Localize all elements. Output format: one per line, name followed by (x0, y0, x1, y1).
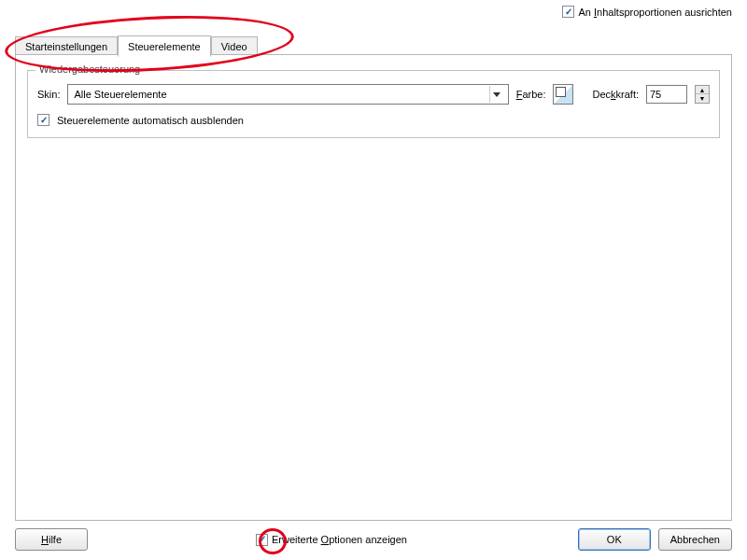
spinner-down-icon[interactable]: ▼ (696, 94, 709, 103)
align-proportions-label: An Inhaltsproportionen ausrichten (578, 7, 732, 18)
playback-control-fieldset: Wiedergabesteuerung Skin: Alle Steuerele… (27, 70, 720, 138)
spinner-up-icon[interactable]: ▲ (696, 86, 709, 94)
chevron-down-icon (489, 86, 504, 103)
color-swatch[interactable] (553, 84, 573, 105)
align-proportions-checkbox[interactable]: ✓ (562, 6, 574, 18)
auto-hide-label: Steuerelemente automatisch ausblenden (57, 115, 244, 126)
color-label: Farbe: (516, 89, 546, 100)
skin-select[interactable]: Alle Steuerelemente (67, 84, 508, 105)
cancel-button[interactable]: Abbrechen (658, 528, 732, 551)
opacity-spinner[interactable]: ▲ ▼ (695, 85, 710, 104)
dialog-button-bar: Hilfe ✓ Erweiterte Optionen anzeigen OK … (0, 528, 747, 551)
ok-button[interactable]: OK (578, 528, 651, 551)
svg-marker-0 (493, 92, 500, 97)
tab-panel: Wiedergabesteuerung Skin: Alle Steuerele… (15, 54, 732, 521)
fieldset-legend: Wiedergabesteuerung (35, 63, 144, 75)
advanced-options-label: Erweiterte Optionen anzeigen (272, 534, 407, 545)
opacity-input[interactable] (646, 85, 687, 104)
skin-select-value: Alle Steuerelemente (74, 89, 166, 100)
help-button[interactable]: Hilfe (15, 528, 88, 551)
skin-label: Skin: (37, 89, 60, 100)
auto-hide-checkbox[interactable]: ✓ (37, 114, 49, 126)
opacity-label: Deckkraft: (592, 89, 639, 100)
advanced-options-checkbox[interactable]: ✓ (256, 534, 268, 546)
tab-steuerelemente[interactable]: Steuerelemente (118, 35, 211, 57)
